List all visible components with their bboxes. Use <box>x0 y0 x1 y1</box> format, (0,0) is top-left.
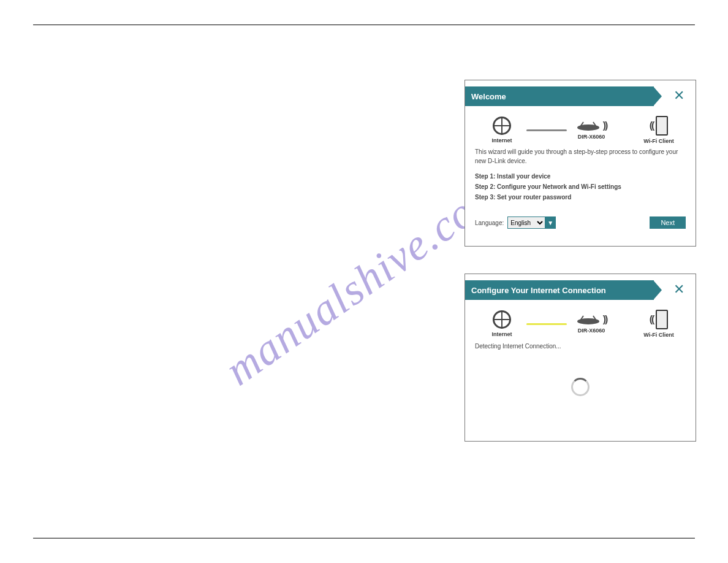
topology-row: Internet )) DIR-X6060 (( Wi-Fi Client <box>465 112 696 145</box>
chevron-down-icon: ▼ <box>545 216 556 229</box>
internet-label: Internet <box>491 137 512 144</box>
steps-list: Step 1: Install your device Step 2: Conf… <box>465 168 696 205</box>
client-node: (( Wi-Fi Client <box>638 310 680 338</box>
step-3: Step 3: Set your router password <box>475 194 686 201</box>
globe-icon <box>493 117 511 135</box>
language-select-wrap[interactable]: English ▼ <box>507 216 556 229</box>
internet-node: Internet <box>481 117 523 144</box>
welcome-footer: Language: English ▼ Next <box>465 205 696 229</box>
configure-panel: Configure Your Internet Connection ✕ Int… <box>464 274 696 442</box>
step-1: Step 1: Install your device <box>475 173 686 180</box>
step-2: Step 2: Configure your Network and Wi-Fi… <box>475 183 686 190</box>
router-label: DIR-X6060 <box>578 134 605 140</box>
welcome-header: Welcome ✕ <box>465 86 688 106</box>
wizard-intro: This wizard will guide you through a ste… <box>465 145 696 168</box>
ribbon-notch <box>653 86 662 106</box>
top-rule <box>33 25 695 25</box>
page: manualshive.com Welcome ✕ Internet )) DI… <box>0 0 728 563</box>
loading-spinner-icon <box>571 378 590 396</box>
phone-icon <box>656 310 668 329</box>
signal-right-icon: )) <box>603 120 607 131</box>
configure-header: Configure Your Internet Connection ✕ <box>465 280 688 300</box>
language-label: Language: <box>475 220 504 226</box>
client-node: (( Wi-Fi Client <box>638 116 680 144</box>
language-select[interactable]: English <box>507 216 545 229</box>
signal-left-icon: (( <box>650 120 654 131</box>
phone-icon <box>656 116 668 136</box>
router-icon: )) <box>576 120 607 131</box>
detecting-text: Detecting Internet Connection... <box>465 339 696 353</box>
welcome-panel: Welcome ✕ Internet )) DIR-X6060 (( <box>464 80 696 247</box>
client-label: Wi-Fi Client <box>643 332 673 338</box>
router-label: DIR-X6060 <box>578 327 605 334</box>
router-node: )) DIR-X6060 <box>571 314 612 334</box>
configure-title: Configure Your Internet Connection <box>465 280 654 300</box>
globe-icon <box>493 310 511 329</box>
internet-label: Internet <box>491 331 512 337</box>
close-icon[interactable]: ✕ <box>672 283 686 296</box>
bottom-rule <box>33 538 695 538</box>
ribbon-notch <box>653 280 662 300</box>
signal-left-icon: (( <box>650 314 654 325</box>
link-internet-router <box>526 129 567 131</box>
link-internet-router-active <box>526 323 567 325</box>
next-button[interactable]: Next <box>650 216 686 229</box>
client-icon: (( <box>650 116 669 136</box>
router-node: )) DIR-X6060 <box>571 120 612 140</box>
client-label: Wi-Fi Client <box>643 138 673 144</box>
close-icon[interactable]: ✕ <box>672 89 686 102</box>
router-icon: )) <box>576 314 607 325</box>
topology-row: Internet )) DIR-X6060 (( Wi-Fi Client <box>465 306 696 339</box>
language-control: Language: English ▼ <box>475 216 556 229</box>
signal-right-icon: )) <box>603 314 607 325</box>
welcome-title: Welcome <box>465 86 654 106</box>
client-icon: (( <box>650 310 669 329</box>
internet-node: Internet <box>481 310 523 337</box>
